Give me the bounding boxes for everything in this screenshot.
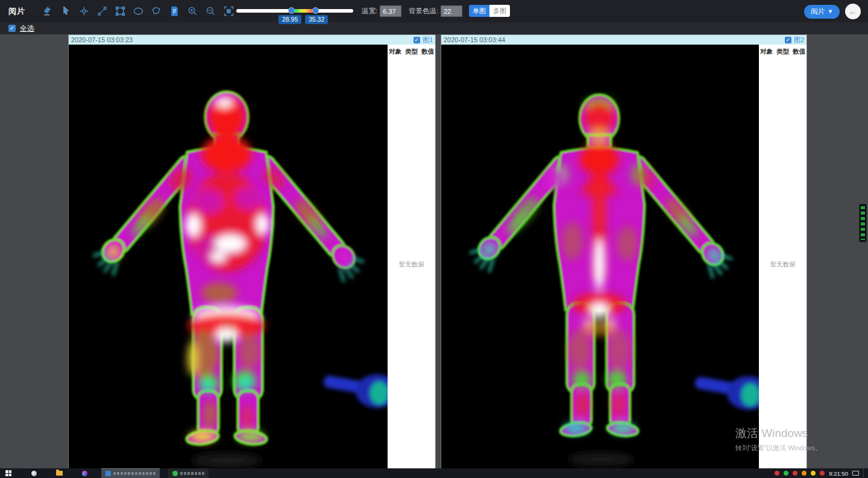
start-button[interactable] xyxy=(0,468,17,478)
temperature-range-slider[interactable] xyxy=(236,8,353,14)
toolbar-title: 阅片 xyxy=(8,6,25,17)
panel-1-checkbox[interactable]: ✓ xyxy=(414,37,420,43)
tray-icon-1[interactable] xyxy=(775,471,779,476)
empty-data-text: 暂无数据 xyxy=(388,260,435,269)
empty-data-text: 暂无数据 xyxy=(759,260,807,269)
column-object: 对象 xyxy=(389,48,401,56)
top-toolbar: 阅片 28.95 35.32 温宽: 背景色温: 单图 多图 阅片 ▼ xyxy=(0,0,868,22)
slider-handle-min[interactable] xyxy=(288,7,295,14)
panel-1-label: 图1 xyxy=(423,36,433,45)
select-all-bar: ✓ 全选 xyxy=(0,22,868,34)
column-type: 类型 xyxy=(776,48,789,56)
panel-2-checkbox[interactable]: ✓ xyxy=(785,37,791,43)
tray-icon-5[interactable] xyxy=(811,471,816,476)
explorer-button[interactable] xyxy=(51,468,68,478)
zoom-out-icon[interactable] xyxy=(201,4,219,19)
range-max-value: 35.32 xyxy=(305,15,328,24)
column-object: 对象 xyxy=(760,48,773,56)
edge-battery-widget[interactable] xyxy=(859,204,867,242)
folder-icon xyxy=(56,471,63,476)
line-measure-icon[interactable] xyxy=(93,4,111,19)
eraser-icon[interactable] xyxy=(39,4,57,19)
measurement-list-1: 对象 类型 数值 暂无数据 xyxy=(388,45,435,468)
range-min-value: 28.95 xyxy=(278,15,301,24)
show-desktop-button[interactable] xyxy=(863,468,866,478)
application-window: 阅片 28.95 35.32 温宽: 背景色温: 单图 多图 阅片 ▼ xyxy=(0,0,868,478)
clock[interactable]: 9:21:50 xyxy=(829,470,848,477)
select-all-checkbox[interactable]: ✓ xyxy=(8,25,16,32)
tray-icon-4[interactable] xyxy=(802,471,807,476)
point-marker-icon[interactable] xyxy=(75,4,93,19)
task-button-chat-app[interactable] xyxy=(168,468,209,478)
column-type: 类型 xyxy=(405,48,418,56)
panel-2-label: 图2 xyxy=(794,36,804,45)
image-panel-1: 对象 类型 数值 暂无数据 2020-07-15 03:03:23 ✓ 图1 xyxy=(68,34,436,468)
browser-icon xyxy=(31,471,37,476)
temp-width-label: 温宽: xyxy=(362,7,377,16)
tray-icon-3[interactable] xyxy=(793,471,797,476)
media-icon xyxy=(82,471,87,476)
toolbar-tools xyxy=(39,4,237,19)
bg-temp-input[interactable] xyxy=(441,5,462,17)
tray-icon-2[interactable] xyxy=(784,471,788,476)
select-all-label: 全选 xyxy=(20,24,34,34)
fit-screen-icon[interactable] xyxy=(219,4,237,19)
thermal-app-icon xyxy=(105,471,111,476)
task-label xyxy=(180,472,204,475)
keyboard-icon[interactable] xyxy=(852,471,859,476)
back-button[interactable]: ← xyxy=(845,4,861,19)
slider-handle-max[interactable] xyxy=(312,7,319,14)
bg-temp-label: 背景色温: xyxy=(409,7,438,16)
browser-button[interactable] xyxy=(25,468,42,478)
task-label xyxy=(113,472,156,475)
select-cursor-icon[interactable] xyxy=(57,4,75,19)
measurement-list-2: 对象 类型 数值 暂无数据 xyxy=(759,45,807,468)
tray-icon-6[interactable] xyxy=(820,471,825,476)
panel-1-header: 2020-07-15 03:03:23 ✓ 图1 xyxy=(69,35,435,45)
media-button[interactable] xyxy=(76,468,93,478)
capture-timestamp-1: 2020-07-15 03:03:23 xyxy=(71,36,133,43)
task-button-thermal-app[interactable] xyxy=(101,468,160,478)
zoom-in-icon[interactable] xyxy=(183,4,201,19)
chevron-down-icon: ▼ xyxy=(828,8,833,14)
panel-2-header: 2020-07-15 03:03:44 ✓ 图2 xyxy=(441,35,807,45)
thermal-image-1[interactable] xyxy=(69,45,388,468)
column-value: 数值 xyxy=(793,48,805,56)
arrow-left-icon: ← xyxy=(849,7,857,16)
windows-taskbar: 9:21:50 xyxy=(0,468,868,478)
image-mode-toggle: 单图 多图 xyxy=(469,5,510,17)
system-tray: 9:21:50 xyxy=(775,468,868,478)
single-image-button[interactable]: 单图 xyxy=(469,5,489,17)
column-value: 数值 xyxy=(421,48,434,56)
ellipse-select-icon[interactable] xyxy=(129,4,147,19)
read-film-dropdown[interactable]: 阅片 ▼ xyxy=(804,5,840,19)
thermal-image-2[interactable] xyxy=(441,45,761,468)
report-edit-icon[interactable] xyxy=(165,4,183,19)
multi-image-button[interactable]: 多图 xyxy=(489,5,510,17)
rect-select-icon[interactable] xyxy=(111,4,129,19)
image-panel-2: 对象 类型 数值 暂无数据 2020-07-15 03:03:44 ✓ 图2 xyxy=(441,34,807,468)
chat-app-icon xyxy=(172,471,178,476)
capture-timestamp-2: 2020-07-15 03:03:44 xyxy=(444,36,505,43)
polygon-select-icon[interactable] xyxy=(147,4,165,19)
temp-width-input[interactable] xyxy=(380,5,401,17)
windows-logo-icon xyxy=(5,470,11,476)
